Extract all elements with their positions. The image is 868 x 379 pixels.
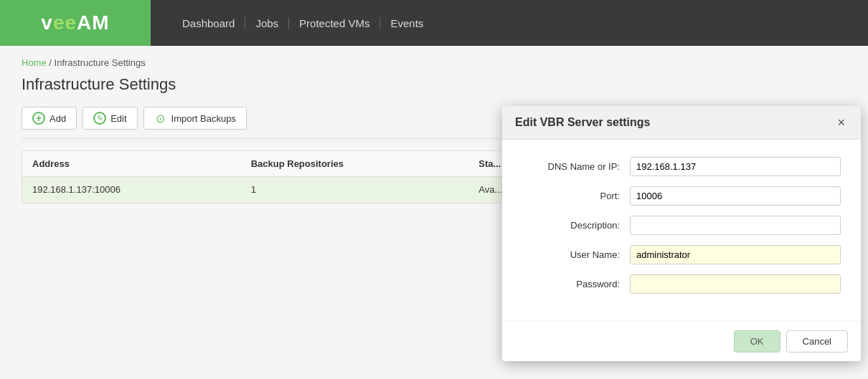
table-header-row: Address Backup Repositories Sta... bbox=[22, 151, 557, 177]
breadcrumb-home[interactable]: Home bbox=[22, 57, 47, 68]
modal-header: Edit VBR Server settings × bbox=[502, 106, 861, 140]
cell-backup-repos: 1 bbox=[241, 177, 469, 203]
logo-area: veeAM bbox=[0, 0, 151, 46]
cell-address: 192.168.1.137:10006 bbox=[22, 177, 241, 203]
edit-label: Edit bbox=[110, 113, 126, 124]
breadcrumb-current: Infrastructure Settings bbox=[55, 57, 146, 68]
port-row: Port: bbox=[522, 186, 841, 206]
add-icon: + bbox=[32, 112, 45, 125]
breadcrumb-separator: / bbox=[49, 57, 54, 68]
edit-icon: ✎ bbox=[93, 112, 106, 125]
top-navigation: veeAM Dashboard Jobs Protected VMs Event… bbox=[0, 0, 868, 46]
port-input[interactable] bbox=[630, 186, 841, 206]
nav-dashboard[interactable]: Dashboard bbox=[172, 17, 245, 29]
dns-input[interactable] bbox=[630, 157, 841, 176]
add-button[interactable]: + Add bbox=[22, 107, 77, 130]
modal-close-button[interactable]: × bbox=[834, 116, 848, 129]
import-icon: ⊙ bbox=[154, 112, 167, 125]
modal-body: DNS Name or IP: Port: Description: User … bbox=[502, 140, 861, 215]
page-title: Infrastructure Settings bbox=[22, 75, 846, 94]
nav-events[interactable]: Events bbox=[380, 17, 433, 29]
import-label: Import Backups bbox=[171, 113, 236, 124]
edit-vbr-modal: Edit VBR Server settings × DNS Name or I… bbox=[502, 106, 861, 215]
servers-table: Address Backup Repositories Sta... 192.1… bbox=[22, 151, 557, 203]
add-label: Add bbox=[49, 113, 66, 124]
table-row[interactable]: 192.168.1.137:10006 1 Ava... bbox=[22, 177, 557, 203]
edit-button[interactable]: ✎ Edit bbox=[82, 107, 137, 130]
nav-jobs[interactable]: Jobs bbox=[245, 17, 289, 29]
breadcrumb: Home / Infrastructure Settings bbox=[22, 57, 846, 68]
veeam-logo: veeAM bbox=[41, 11, 109, 34]
dns-label: DNS Name or IP: bbox=[522, 161, 630, 172]
import-backups-button[interactable]: ⊙ Import Backups bbox=[143, 107, 247, 130]
port-label: Port: bbox=[522, 191, 630, 201]
col-address: Address bbox=[22, 151, 241, 177]
servers-table-container: Address Backup Repositories Sta... 192.1… bbox=[22, 150, 558, 203]
nav-links: Dashboard Jobs Protected VMs Events bbox=[151, 17, 433, 29]
nav-protected-vms[interactable]: Protected VMs bbox=[289, 17, 380, 29]
dns-row: DNS Name or IP: bbox=[522, 157, 841, 176]
modal-title: Edit VBR Server settings bbox=[515, 116, 651, 129]
col-backup-repos: Backup Repositories bbox=[241, 151, 469, 177]
